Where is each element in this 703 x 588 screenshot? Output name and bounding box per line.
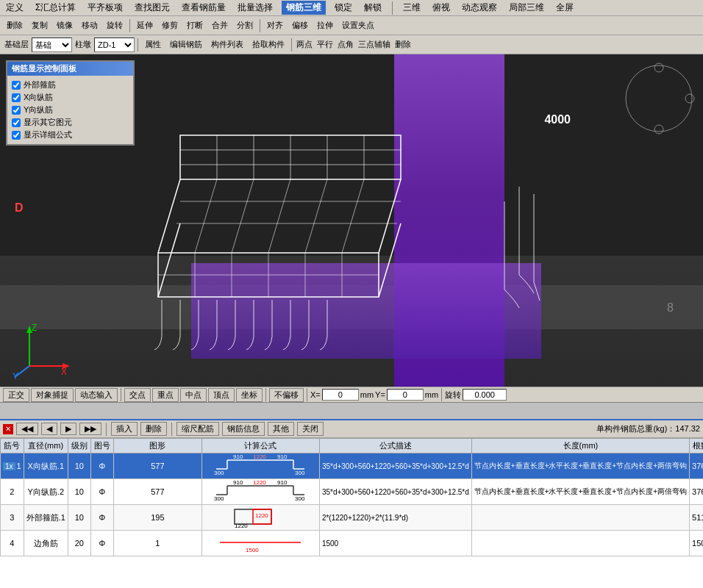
btn-property[interactable]: 属性 <box>141 37 165 51</box>
btn-ortho[interactable]: 正交 <box>3 388 29 402</box>
menu-fullscreen[interactable]: 全屏 <box>553 1 577 15</box>
cell-desc-3 <box>471 505 689 531</box>
btn-rebar-info[interactable]: 钢筋信息 <box>222 422 265 436</box>
check-x-rebar[interactable]: X向纵筋 <box>12 91 129 104</box>
menu-dynamic[interactable]: 动态观察 <box>459 1 500 15</box>
x-input[interactable] <box>322 389 359 401</box>
status-bar: 正交 对象捕捉 动态输入 交点 重点 中点 顶点 坐标 不偏移 X= mm Y=… <box>0 387 703 403</box>
btn-extend[interactable]: 延伸 <box>133 18 157 32</box>
svg-line-13 <box>195 179 217 253</box>
nav-prev[interactable]: ◀ <box>41 423 57 435</box>
btn-pick-component[interactable]: 拾取构件 <box>249 37 288 51</box>
table-row[interactable]: 1x 1 X向纵筋.1 10 Φ 577 <box>1 453 704 479</box>
svg-text:910: 910 <box>277 454 288 460</box>
cell-desc-2: 节点内长度+垂直长度+水平长度+垂直长度+节点内长度+两倍弯钩 <box>471 479 689 505</box>
btn-intersect[interactable]: 交点 <box>124 388 151 402</box>
menu-find[interactable]: 查找图元 <box>132 1 173 15</box>
close-btn[interactable]: ✕ <box>3 424 13 434</box>
y-input[interactable] <box>387 389 424 401</box>
menu-bar: 定义 Σ汇总计算 平齐板项 查找图元 查看钢筋量 批量选择 钢筋三维 锁定 解锁… <box>0 0 703 16</box>
svg-point-49 <box>685 94 694 103</box>
rebar-table: 筋号 直径(mm) 级别 图号 图形 计算公式 公式描述 长度(mm) 根数 搭… <box>0 438 703 556</box>
cell-grade-3: Φ <box>90 505 113 531</box>
btn-move[interactable]: 移动 <box>78 18 101 32</box>
nav-next[interactable]: ▶ <box>60 423 76 435</box>
btn-dynamic-input[interactable]: 动态输入 <box>75 388 118 402</box>
btn-other[interactable]: 其他 <box>268 422 294 436</box>
cell-name-3: 外部箍筋.1 <box>24 505 68 531</box>
menu-top-view[interactable]: 俯视 <box>429 1 453 15</box>
btn-component-list[interactable]: 构件列表 <box>207 37 247 51</box>
rotate-input[interactable] <box>463 389 507 401</box>
btn-vertex[interactable]: 顶点 <box>208 388 235 402</box>
btn-insert[interactable]: 插入 <box>111 422 138 436</box>
btn-midpoint[interactable]: 中点 <box>180 388 207 402</box>
btn-mirror[interactable]: 镜像 <box>53 18 76 32</box>
panel-overlay: 钢筋显示控制面板 外部箍筋 X向纵筋 Y向纵筋 显示其它图元 <box>6 60 135 146</box>
menu-3d-rebar[interactable]: 钢筋三维 <box>282 1 326 15</box>
btn-no-offset[interactable]: 不偏移 <box>269 388 304 402</box>
btn-snap[interactable]: 对象捕捉 <box>31 388 74 402</box>
check-y-rebar[interactable]: Y向纵筋 <box>12 104 129 116</box>
sep5 <box>291 38 292 51</box>
btn-midpoint2[interactable]: 重点 <box>152 388 179 402</box>
menu-define[interactable]: 定义 <box>3 1 26 15</box>
btn-copy[interactable]: 复制 <box>28 18 51 32</box>
th-grade: 级别 <box>68 439 90 453</box>
btn-trim[interactable]: 修剪 <box>158 18 182 32</box>
menu-calc[interactable]: Σ汇总计算 <box>32 1 79 15</box>
dimension-text: 4000 <box>544 113 571 126</box>
table-row[interactable]: 2 Y向纵筋.2 10 Φ 577 300 910 <box>1 479 704 505</box>
toolbar-row2: 基础层 基础 柱墩 ZD-1 属性 编辑钢筋 构件列表 拾取构件 两点 平行 点… <box>0 35 703 54</box>
layer-select[interactable]: 基础 <box>32 37 72 52</box>
sep-sb3 <box>307 388 307 401</box>
cell-diameter-3: 10 <box>68 505 90 531</box>
btn-align[interactable]: 对齐 <box>263 18 287 32</box>
table-row[interactable]: 4 边角筋 20 Φ 1 1500 1500 1500 <box>1 531 704 556</box>
table-row[interactable]: 3 外部箍筋.1 10 Φ 195 1220 1220 2 <box>1 505 704 531</box>
cell-desc-4 <box>471 531 689 556</box>
btn-break[interactable]: 打断 <box>183 18 207 32</box>
cell-formula-2: 35*d+300+560+1220+560+35*d+300+12.5*d <box>319 479 471 505</box>
btn-rotate[interactable]: 旋转 <box>103 18 126 32</box>
menu-3d[interactable]: 三维 <box>400 1 424 15</box>
sep-sb2 <box>265 388 266 401</box>
cell-id-4: 4 <box>1 531 24 556</box>
th-desc: 公式描述 <box>319 439 471 453</box>
btn-split[interactable]: 分割 <box>233 18 257 32</box>
btn-grip[interactable]: 设置夹点 <box>338 18 378 32</box>
table-toolbar: ✕ ◀◀ ◀ ▶ ▶▶ 插入 删除 缩尺配筋 钢筋信息 其他 关闭 单构件钢筋总… <box>0 420 703 438</box>
cell-diameter-1: 10 <box>68 453 90 479</box>
menu-batch[interactable]: 批量选择 <box>235 1 276 15</box>
btn-offset[interactable]: 偏移 <box>288 18 312 32</box>
nav-first[interactable]: ◀◀ <box>16 423 38 435</box>
menu-view-rebar[interactable]: 查看钢筋量 <box>179 1 229 15</box>
panel-content: 外部箍筋 X向纵筋 Y向纵筋 显示其它图元 显示详细公式 <box>7 76 133 144</box>
check-formula[interactable]: 显示详细公式 <box>12 129 129 141</box>
svg-text:910: 910 <box>233 480 243 486</box>
three-point-label: 三点辅轴 <box>357 39 392 50</box>
svg-line-2 <box>158 179 180 253</box>
menu-unlock[interactable]: 解锁 <box>361 1 385 15</box>
table-area: ✕ ◀◀ ◀ ▶ ▶▶ 插入 删除 缩尺配筋 钢筋信息 其他 关闭 单构件钢筋总… <box>0 419 703 588</box>
sep1 <box>392 1 393 15</box>
menu-local3d[interactable]: 局部三维 <box>506 1 547 15</box>
cell-id-3: 3 <box>1 505 24 531</box>
btn-delete[interactable]: 删除 <box>3 18 26 32</box>
btn-table-delete[interactable]: 删除 <box>140 422 167 436</box>
check-other-elements[interactable]: 显示其它图元 <box>12 116 129 129</box>
btn-scale-rebar[interactable]: 缩尺配筋 <box>176 422 219 436</box>
btn-close[interactable]: 关闭 <box>297 422 324 436</box>
menu-lock[interactable]: 锁定 <box>332 1 355 15</box>
btn-stretch[interactable]: 拉伸 <box>313 18 337 32</box>
d-label: D <box>15 201 24 215</box>
check-outer-stirrup[interactable]: 外部箍筋 <box>12 79 129 91</box>
btn-edit-rebar[interactable]: 编辑钢筋 <box>166 37 206 51</box>
col-select[interactable]: ZD-1 <box>94 37 135 52</box>
btn-merge[interactable]: 合并 <box>208 18 232 32</box>
cell-length-2: 3765 <box>690 479 703 505</box>
nav-last[interactable]: ▶▶ <box>79 423 101 435</box>
btn-coord[interactable]: 坐标 <box>236 388 263 402</box>
menu-align[interactable]: 平齐板项 <box>85 1 126 15</box>
svg-text:1220: 1220 <box>253 480 266 486</box>
